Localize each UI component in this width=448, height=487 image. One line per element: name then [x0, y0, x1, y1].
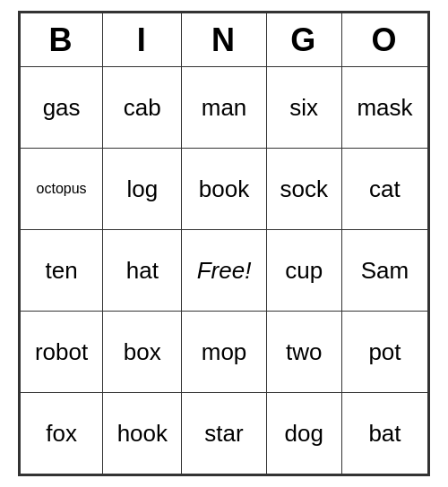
bingo-row-0: gascabmansixmask	[21, 67, 428, 149]
bingo-cell-r1-c2: book	[182, 149, 266, 230]
bingo-cell-r3-c2: mop	[182, 312, 266, 393]
bingo-cell-r2-c1: hat	[103, 230, 182, 312]
bingo-cell-r0-c3: six	[266, 67, 341, 149]
bingo-cell-r3-c4: pot	[341, 312, 427, 393]
bingo-cell-r2-c3: cup	[266, 230, 341, 312]
bingo-cell-r2-c2: Free!	[182, 230, 266, 312]
bingo-card: BINGO gascabmansixmaskoctopuslogbooksock…	[18, 11, 430, 476]
header-cell-i: I	[103, 13, 182, 67]
bingo-cell-r0-c0: gas	[21, 67, 103, 149]
bingo-cell-r4-c4: bat	[341, 393, 427, 474]
bingo-cell-r2-c4: Sam	[341, 230, 427, 312]
bingo-cell-r4-c3: dog	[266, 393, 341, 474]
bingo-cell-r1-c3: sock	[266, 149, 341, 230]
bingo-cell-r3-c0: robot	[21, 312, 103, 393]
bingo-cell-r0-c4: mask	[341, 67, 427, 149]
bingo-cell-r1-c1: log	[103, 149, 182, 230]
bingo-row-2: tenhatFree!cupSam	[21, 230, 428, 312]
bingo-cell-r0-c1: cab	[103, 67, 182, 149]
bingo-cell-r1-c0: octopus	[21, 149, 103, 230]
bingo-header-row: BINGO	[21, 13, 428, 67]
bingo-cell-r3-c3: two	[266, 312, 341, 393]
header-cell-b: B	[21, 13, 103, 67]
header-cell-o: O	[341, 13, 427, 67]
bingo-body: gascabmansixmaskoctopuslogbooksockcatten…	[21, 67, 428, 474]
header-cell-n: N	[182, 13, 266, 67]
bingo-cell-r4-c0: fox	[21, 393, 103, 474]
bingo-cell-r4-c1: hook	[103, 393, 182, 474]
header-cell-g: G	[266, 13, 341, 67]
bingo-cell-r2-c0: ten	[21, 230, 103, 312]
bingo-row-3: robotboxmoptwopot	[21, 312, 428, 393]
bingo-row-1: octopuslogbooksockcat	[21, 149, 428, 230]
bingo-cell-r3-c1: box	[103, 312, 182, 393]
bingo-cell-r1-c4: cat	[341, 149, 427, 230]
bingo-cell-r4-c2: star	[182, 393, 266, 474]
bingo-row-4: foxhookstardogbat	[21, 393, 428, 474]
bingo-cell-r0-c2: man	[182, 67, 266, 149]
